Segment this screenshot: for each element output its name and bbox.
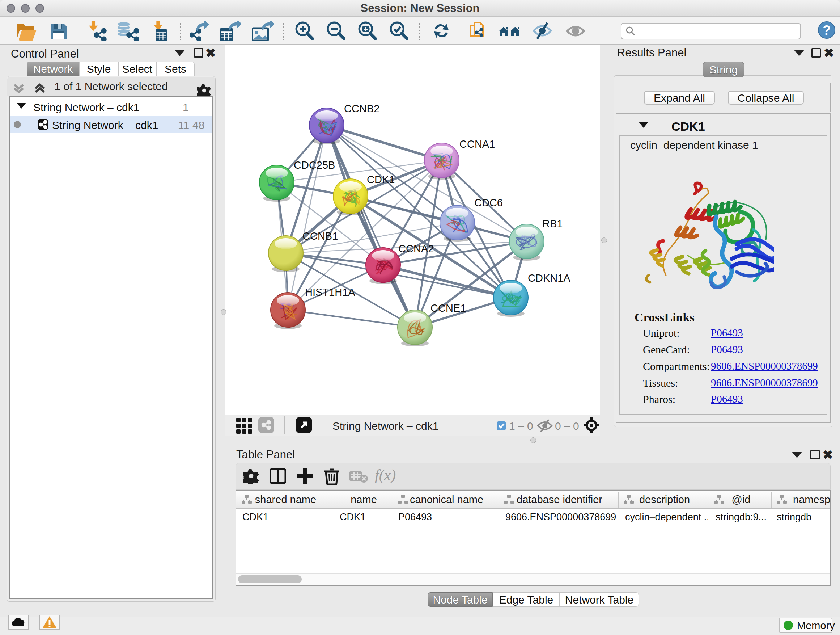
svg-text:CDC25B: CDC25B	[294, 159, 335, 171]
svg-text:CCNB1: CCNB1	[302, 230, 338, 242]
svg-text:CCNA2: CCNA2	[398, 243, 434, 255]
svg-text:CCNB2: CCNB2	[344, 103, 379, 114]
svg-text:HIST1H1A: HIST1H1A	[305, 287, 355, 298]
svg-text:CDK1: CDK1	[367, 174, 395, 185]
svg-text:RB1: RB1	[542, 218, 562, 230]
svg-text:CDC6: CDC6	[474, 197, 503, 209]
svg-text:CDKN1A: CDKN1A	[528, 272, 570, 284]
svg-text:CCNE1: CCNE1	[431, 302, 466, 314]
svg-text:CCNA1: CCNA1	[459, 138, 495, 150]
